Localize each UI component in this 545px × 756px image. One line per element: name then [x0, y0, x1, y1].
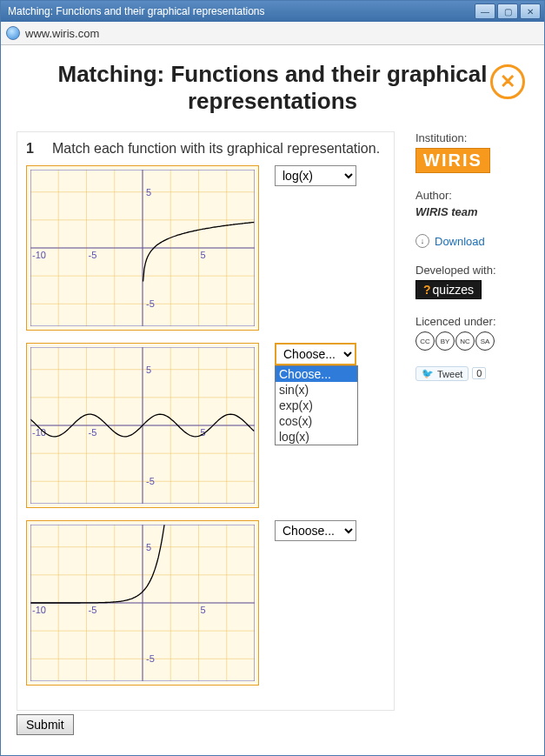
download-link[interactable]: Download: [435, 235, 485, 248]
author-label: Author:: [415, 189, 528, 202]
match-row: -10-5510-55Choose...sin(x)exp(x)cos(x)lo…: [26, 520, 385, 686]
svg-text:-5: -5: [146, 477, 155, 487]
function-plot: -10-5510-55: [30, 347, 255, 504]
sidebar: Institution: WIRIS Author: WIRIS team ↓ …: [415, 131, 528, 735]
window-title: Matching: Functions and their graphical …: [4, 5, 475, 17]
submit-button[interactable]: Submit: [17, 714, 74, 735]
match-row: -10-5510-55Choose...sin(x)exp(x)cos(x)lo…: [26, 165, 385, 331]
svg-text:5: 5: [201, 605, 206, 615]
dropdown-option[interactable]: sin(x): [276, 382, 357, 398]
page-content: ✕ Matching: Functions and their graphica…: [1, 45, 544, 755]
dropdown-option[interactable]: log(x): [276, 429, 357, 445]
svg-text:-10: -10: [32, 605, 46, 615]
function-select[interactable]: Choose...sin(x)exp(x)cos(x)log(x): [275, 343, 356, 365]
page-heading: Matching: Functions and their graphical …: [17, 61, 528, 114]
svg-text:-5: -5: [89, 250, 97, 260]
main-column: 1 Match each function with its graphical…: [17, 131, 395, 735]
dropdown-option[interactable]: exp(x): [276, 398, 357, 413]
institution-logo[interactable]: WIRIS: [415, 148, 490, 173]
download-icon: ↓: [415, 234, 429, 248]
tweet-count: 0: [472, 367, 486, 379]
minimize-button[interactable]: —: [475, 3, 495, 19]
svg-text:5: 5: [146, 542, 151, 552]
twitter-icon: 🐦: [422, 368, 434, 379]
svg-text:5: 5: [146, 365, 151, 375]
url-field[interactable]: www.wiris.com: [25, 27, 539, 40]
plot-frame: -10-5510-55: [26, 165, 259, 331]
window-titlebar: Matching: Functions and their graphical …: [1, 1, 544, 22]
plot-frame: -10-5510-55: [26, 343, 259, 508]
cc-license-icon[interactable]: CCBYNCSA: [415, 331, 528, 351]
quizzes-label: quizzes: [433, 283, 474, 297]
tweet-button[interactable]: 🐦 Tweet: [415, 366, 469, 381]
tweet-label: Tweet: [437, 369, 462, 379]
function-select[interactable]: Choose...sin(x)exp(x)cos(x)log(x): [275, 520, 356, 541]
svg-text:-10: -10: [32, 250, 46, 260]
close-window-button[interactable]: ✕: [520, 3, 541, 19]
author-name: WIRIS team: [415, 205, 528, 218]
question-card: 1 Match each function with its graphical…: [17, 131, 395, 711]
dropdown-option[interactable]: cos(x): [276, 413, 357, 429]
globe-icon: [6, 26, 20, 40]
svg-text:-5: -5: [146, 654, 155, 665]
svg-text:5: 5: [201, 250, 206, 260]
function-dropdown-list: Choose...sin(x)exp(x)cos(x)log(x): [275, 365, 358, 445]
question-number: 1: [26, 141, 40, 157]
window-buttons: — ▢ ✕: [475, 3, 541, 19]
svg-text:5: 5: [146, 187, 151, 197]
app-window: Matching: Functions and their graphical …: [0, 0, 545, 756]
quizzes-badge[interactable]: ?quizzes: [415, 280, 482, 299]
svg-text:-5: -5: [89, 427, 97, 438]
function-plot: -10-5510-55: [30, 525, 255, 681]
plot-frame: -10-5510-55: [26, 520, 259, 686]
license-label: Licenced under:: [415, 315, 528, 328]
function-select[interactable]: Choose...sin(x)exp(x)cos(x)log(x): [275, 165, 356, 186]
address-bar: www.wiris.com: [1, 22, 544, 45]
match-row: -10-5510-55Choose...sin(x)exp(x)cos(x)lo…: [26, 343, 385, 508]
question-prompt: Match each function with its graphical r…: [52, 141, 380, 157]
svg-text:-5: -5: [146, 299, 155, 310]
svg-text:-5: -5: [89, 605, 97, 615]
developed-label: Developed with:: [415, 264, 528, 277]
dropdown-option[interactable]: Choose...: [276, 366, 357, 382]
function-plot: -10-5510-55: [30, 170, 255, 326]
institution-label: Institution:: [415, 131, 528, 144]
maximize-button[interactable]: ▢: [497, 3, 518, 19]
close-icon[interactable]: ✕: [490, 64, 525, 99]
